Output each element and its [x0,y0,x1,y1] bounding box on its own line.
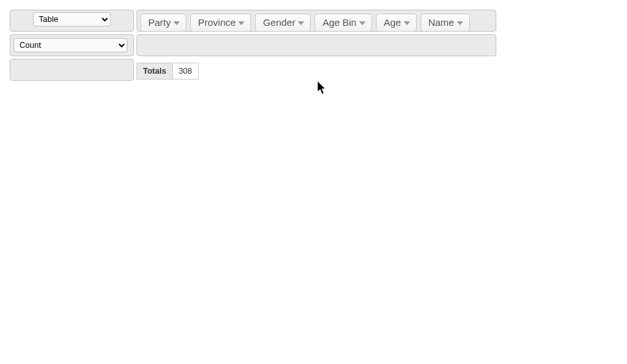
aggregator-cell: Count [10,34,134,56]
attr-chip-label: Name [428,17,454,28]
attr-chip-age[interactable]: Age [376,14,417,32]
attr-chip-party[interactable]: Party [140,14,186,32]
table-row: Totals 308 [137,63,199,80]
cols-drop-zone[interactable] [137,34,496,56]
attr-chip-label: Party [148,17,171,28]
chevron-down-icon [298,21,304,26]
renderer-select[interactable]: Table [33,12,111,27]
totals-header: Totals [137,63,173,80]
aggregator-select[interactable]: Count [14,38,127,52]
rows-drop-zone[interactable] [10,59,134,81]
renderer-cell: Table [10,10,134,32]
attr-chip-gender[interactable]: Gender [255,14,311,32]
pivot-result-table: Totals 308 [137,63,199,80]
attr-chip-agebin[interactable]: Age Bin [314,14,372,32]
attr-chip-label: Gender [263,17,295,28]
chevron-down-icon [173,21,180,26]
chevron-down-icon [404,21,410,26]
attr-chip-province[interactable]: Province [190,14,251,32]
chevron-down-icon [359,21,366,26]
attr-chip-label: Age Bin [322,17,357,28]
unused-attrs-zone[interactable]: Party Province Gender [137,10,496,32]
chevron-down-icon [457,21,463,26]
attr-chip-name[interactable]: Name [421,14,470,32]
chevron-down-icon [238,21,245,26]
attr-chip-label: Province [198,17,236,28]
totals-value: 308 [172,63,198,80]
attr-chip-label: Age [384,17,401,28]
